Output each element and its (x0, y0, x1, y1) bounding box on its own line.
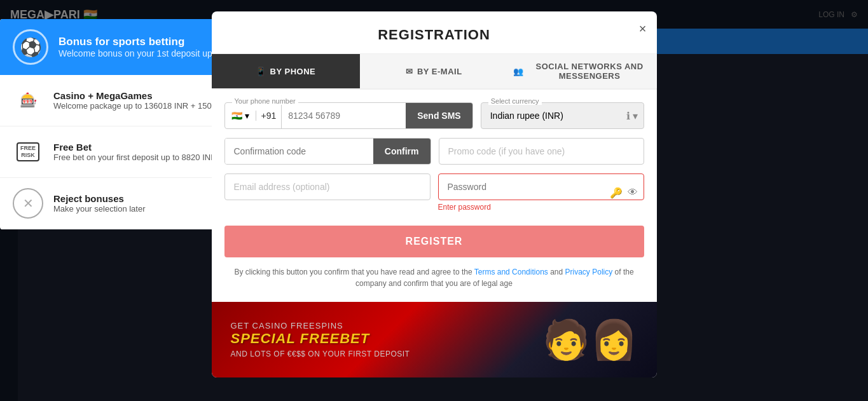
privacy-link[interactable]: Privacy Policy (565, 268, 613, 276)
reject-icon: ✕ (13, 188, 43, 219)
figure-female: 👩 (590, 317, 638, 362)
form-row-phone-currency: Your phone number 🇮🇳 ▾ +91 Send SMS Sele… (224, 102, 644, 129)
modal-title: REGISTRATION (224, 27, 644, 43)
password-error-text: Enter password (438, 203, 644, 212)
promo-code-input[interactable] (439, 138, 644, 165)
email-input-group (224, 173, 431, 212)
country-code: +91 (256, 103, 282, 128)
confirmation-code-input[interactable] (225, 139, 373, 164)
modal-form-body: Your phone number 🇮🇳 ▾ +91 Send SMS Sele… (212, 90, 657, 302)
chevron-down-icon: ▾ (245, 111, 249, 121)
terms-link[interactable]: Terms and Conditions (474, 268, 548, 276)
form-row-email-password: 🔑 👁 Enter password (224, 173, 644, 212)
banner-text: GET CASINO FREESPINS SPECIAL FREEBET AND… (231, 321, 530, 358)
banner-bottom-text: AND LOTS OF €€$$ ON YOUR FIRST DEPOSIT (231, 350, 530, 358)
currency-select[interactable]: Indian rupee (INR) (481, 102, 644, 129)
phone-number-input[interactable] (282, 103, 406, 128)
tab-by-phone[interactable]: 📱 BY PHONE (212, 54, 360, 88)
terms-prefix: By clicking this button you confirm that… (234, 268, 472, 276)
registration-modal: REGISTRATION × 📱 BY PHONE ✉ BY E-MAIL 👥 … (212, 11, 657, 377)
modal-header: REGISTRATION × (212, 11, 657, 54)
phone-tab-icon: 📱 (256, 67, 266, 76)
promo-input-group (439, 138, 644, 165)
modal-close-button[interactable]: × (639, 22, 647, 36)
eye-icon[interactable]: 👁 (628, 187, 638, 199)
flag-emoji: 🇮🇳 (231, 111, 242, 121)
key-icon: 🔑 (610, 187, 623, 199)
form-row-confirmation-promo: Confirm (224, 138, 644, 165)
phone-input-container: 🇮🇳 ▾ +91 Send SMS (224, 102, 473, 129)
modal-banner: GET CASINO FREESPINS SPECIAL FREEBET AND… (212, 302, 657, 377)
banner-figures: 🧑 👩 (542, 317, 638, 362)
casino-title: Casino + MegaGames (53, 90, 224, 101)
figure-male: 🧑 (542, 317, 590, 362)
confirmation-input-group: Confirm (224, 138, 431, 165)
currency-label: Select currency (488, 97, 542, 105)
tab-by-social[interactable]: 👥 SOCIAL NETWORKS AND MESSENGERS (508, 54, 656, 88)
email-tab-icon: ✉ (406, 67, 413, 76)
reject-description: Make your selection later (53, 204, 146, 214)
password-icons: 🔑 👁 (610, 187, 638, 199)
email-tab-label: BY E-MAIL (417, 67, 462, 76)
banner-big-text: SPECIAL FREEBET (231, 330, 530, 347)
reject-title: Reject bonuses (53, 193, 146, 204)
currency-select-group: Select currency Indian rupee (INR) ℹ ▾ (481, 102, 644, 129)
banner-small-text: GET CASINO FREESPINS (231, 321, 530, 330)
casino-description: Welcome package up to 136018 INR + 150 F… (53, 101, 224, 111)
freebet-icon: FREERISK (13, 137, 43, 167)
flag-selector[interactable]: 🇮🇳 ▾ (225, 111, 256, 121)
currency-select-icons: ℹ ▾ (626, 110, 638, 122)
social-tab-icon: 👥 (513, 67, 524, 76)
phone-tab-label: BY PHONE (270, 67, 316, 76)
password-input-group: 🔑 👁 Enter password (438, 173, 644, 212)
info-icon: ℹ (626, 110, 630, 122)
phone-label: Your phone number (232, 97, 298, 105)
registration-tabs: 📱 BY PHONE ✉ BY E-MAIL 👥 SOCIAL NETWORKS… (212, 54, 657, 90)
soccer-ball-icon: ⚽ (13, 29, 48, 65)
terms-text: By clicking this button you confirm that… (224, 266, 644, 289)
terms-and: and (550, 268, 563, 276)
freebet-title: Free Bet (53, 142, 217, 153)
social-tab-label: SOCIAL NETWORKS AND MESSENGERS (528, 62, 652, 81)
casino-icon: 🎰 (13, 85, 43, 116)
send-sms-button[interactable]: Send SMS (406, 103, 472, 128)
register-button[interactable]: REGISTER (224, 226, 644, 257)
phone-input-group: Your phone number 🇮🇳 ▾ +91 Send SMS (224, 102, 473, 129)
chevron-down-currency-icon: ▾ (633, 110, 638, 122)
tab-by-email[interactable]: ✉ BY E-MAIL (360, 54, 508, 88)
confirm-button[interactable]: Confirm (373, 139, 431, 164)
email-input[interactable] (224, 173, 431, 200)
freebet-description: Free bet on your first deposit up to 882… (53, 153, 217, 162)
